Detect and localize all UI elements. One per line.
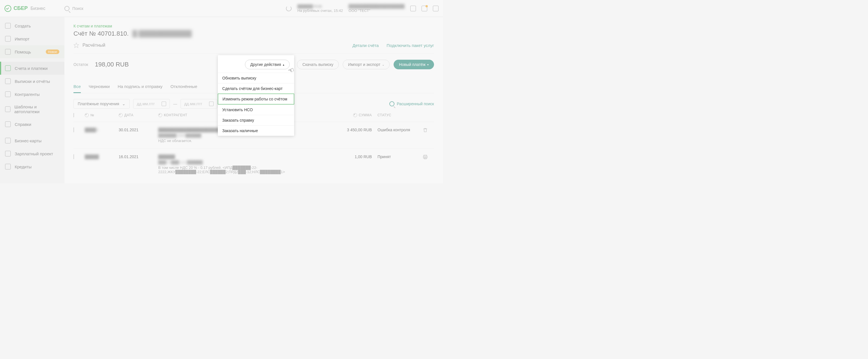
menu-change-mode[interactable]: Изменить режим работы со счётом xyxy=(218,94,294,104)
balance-label: Остаток xyxy=(73,62,88,67)
import-export-button[interactable]: Импорт и экспорт ⌄ xyxy=(343,60,390,69)
nav-statements[interactable]: Выписки и отчёты xyxy=(0,75,64,88)
new-payment-button[interactable]: Новый платёж ▾ xyxy=(394,60,434,69)
menu-order-reference[interactable]: Заказать справку xyxy=(218,115,294,125)
card-icon xyxy=(5,138,11,143)
logout-icon[interactable] xyxy=(433,6,438,11)
star-icon[interactable] xyxy=(73,43,79,48)
nav-counterparties[interactable]: Контрагенты xyxy=(0,88,64,101)
row-checkbox[interactable] xyxy=(73,127,74,132)
main-content: К счетам и платежам Счёт № 40701.810. █.… xyxy=(64,17,443,183)
doc-type-select[interactable]: Платёжные поручения ⌄ xyxy=(73,99,130,109)
menu-set-nso[interactable]: Установить НСО xyxy=(218,104,294,115)
new-badge: Новое xyxy=(46,50,59,54)
svg-rect-2 xyxy=(423,156,427,158)
tab-sign[interactable]: На подпись и отправку xyxy=(118,81,162,93)
caret-down-icon: ▾ xyxy=(427,63,429,66)
search-box[interactable]: Поиск xyxy=(64,6,286,11)
templates-icon xyxy=(5,106,10,112)
sidebar: Создать Импорт ПомощьНовое Счета и плате… xyxy=(0,17,64,183)
logo-subtitle: Бизнес xyxy=(31,6,45,11)
sort-icon[interactable] xyxy=(119,113,123,117)
nav-payroll[interactable]: Зарплатный проект xyxy=(0,147,64,160)
search-icon xyxy=(64,6,69,11)
svg-marker-0 xyxy=(74,43,79,48)
nav-accounts[interactable]: Счета и платежи xyxy=(0,62,64,75)
other-actions-menu: Другие действия ▴ Обновить выписку Сдела… xyxy=(218,55,294,136)
print-icon[interactable] xyxy=(423,155,428,160)
date-from-input[interactable]: дд.мм.гггг xyxy=(133,99,170,109)
balance-value: 198,00 RUB xyxy=(95,61,129,68)
download-statement-button[interactable]: Скачать выписку xyxy=(297,60,339,69)
nav-import[interactable]: Импорт xyxy=(0,32,64,45)
menu-order-cash[interactable]: Заказать наличные xyxy=(218,125,294,136)
date-to-input[interactable]: дд.мм.гггг xyxy=(181,99,217,109)
tab-drafts[interactable]: Черновики xyxy=(89,81,110,93)
help-icon xyxy=(5,49,11,55)
sort-icon[interactable] xyxy=(353,113,357,117)
nav-help[interactable]: ПомощьНовое xyxy=(0,45,64,58)
select-all-checkbox[interactable] xyxy=(73,113,74,117)
notifications-icon[interactable] xyxy=(422,6,427,11)
menu-make-card-account[interactable]: Сделать счётом для бизнес-карт xyxy=(218,83,294,94)
nav-cards[interactable]: Бизнес-карты xyxy=(0,134,64,147)
nav-create[interactable]: Создать xyxy=(0,19,64,32)
logo-brand: СБЕР xyxy=(13,5,28,11)
account-type: Расчётный xyxy=(83,43,105,48)
chevron-down-icon: ⌄ xyxy=(122,102,125,106)
sort-icon[interactable] xyxy=(85,113,89,117)
chevron-down-icon: ⌄ xyxy=(382,63,384,66)
nav-credits[interactable]: Кредиты xyxy=(0,160,64,173)
row-checkbox[interactable] xyxy=(73,154,74,159)
delete-icon[interactable] xyxy=(423,128,428,133)
statements-icon xyxy=(5,78,11,84)
payroll-icon xyxy=(5,151,11,157)
import-icon xyxy=(5,36,11,42)
other-actions-wrap: Другие действия ▴ Обновить выписку Сдела… xyxy=(252,60,293,69)
search-placeholder: Поиск xyxy=(72,6,83,11)
accounts-icon xyxy=(5,65,11,71)
back-link[interactable]: К счетам и платежам xyxy=(73,24,112,28)
tab-all[interactable]: Все xyxy=(73,81,81,93)
search-icon xyxy=(390,101,395,106)
balance-summary: ██████ RUB На рублёвых счетах, 15:42 xyxy=(297,4,343,13)
package-link[interactable]: Подключить пакет услуг xyxy=(386,43,434,48)
advanced-search-link[interactable]: Расширенный поиск xyxy=(390,101,434,106)
nav-templates[interactable]: Шаблоны и автоплатежи xyxy=(0,101,64,118)
account-title: Счёт № 40701.810. █.████████████ xyxy=(73,30,434,37)
users-icon[interactable] xyxy=(410,6,416,11)
header-right: ██████ RUB На рублёвых счетах, 15:42 ███… xyxy=(286,4,438,13)
logo[interactable]: СБЕР Бизнес xyxy=(4,5,64,12)
table-row[interactable]: █████ 16.01.2021 ██████ ███0.8███1112███… xyxy=(73,148,434,180)
other-actions-button[interactable]: Другие действия ▴ xyxy=(245,60,290,69)
calendar-icon xyxy=(162,102,166,106)
refresh-icon[interactable] xyxy=(286,6,291,11)
tab-rejected[interactable]: Отклонённые xyxy=(170,81,197,93)
menu-refresh-statement[interactable]: Обновить выписку xyxy=(218,73,294,83)
counterparties-icon xyxy=(5,91,11,97)
plus-icon xyxy=(5,23,11,29)
calendar-icon xyxy=(209,102,214,106)
sort-icon[interactable] xyxy=(158,113,162,117)
org-info[interactable]: ████████████████████ ООО "ТЕСТ" xyxy=(349,4,405,13)
account-details-link[interactable]: Детали счёта xyxy=(352,43,379,48)
refs-icon xyxy=(5,121,11,127)
credits-icon xyxy=(5,164,11,169)
sber-logo-icon xyxy=(4,5,11,12)
nav-refs[interactable]: Справки xyxy=(0,118,64,131)
app-header: СБЕР Бизнес Поиск ██████ RUB На рублёвых… xyxy=(0,0,443,17)
caret-up-icon: ▴ xyxy=(283,63,284,66)
